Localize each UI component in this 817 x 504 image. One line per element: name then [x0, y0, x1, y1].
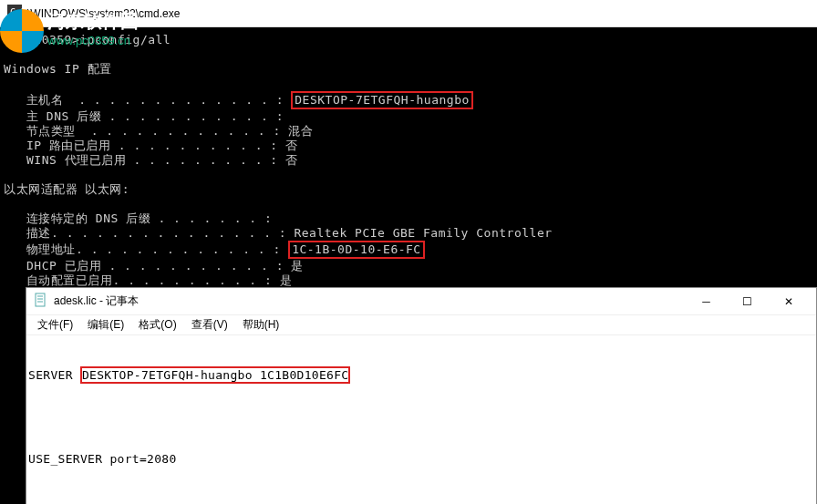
dns-suffix-row: 主 DNS 后缀 . . . . . . . . . . . :	[4, 109, 817, 124]
server-row: SERVER DESKTOP-7ETGFQH-huangbo 1C1B0D10E…	[28, 365, 814, 384]
watermark-text: 河东软件园 www.pc0359.cn	[47, 9, 139, 47]
watermark: 河东软件园 www.pc0359.cn	[0, 9, 139, 53]
hostname-box: DESKTOP-7ETGFQH-huangbo	[291, 91, 473, 109]
server-box: DESKTOP-7ETGFQH-huangbo 1C1B0D10E6FC	[80, 366, 351, 384]
ip-route-row: IP 路由已启用 . . . . . . . . . . : 否	[4, 139, 817, 153]
menu-edit[interactable]: 编辑(E)	[84, 317, 128, 333]
notepad-icon	[34, 293, 48, 311]
adapter-header: 以太网适配器 以太网:	[4, 182, 817, 197]
menu-help[interactable]: 帮助(H)	[239, 317, 284, 333]
autocfg-row: 自动配置已启用. . . . . . . . . . : 是	[4, 273, 817, 288]
conn-dns-row: 连接特定的 DNS 后缀 . . . . . . . :	[4, 211, 817, 226]
svg-rect-2	[36, 293, 45, 306]
cmd-output: rs\pc0359>ipconfig/all Windows IP 配置 主机名…	[0, 27, 817, 308]
desc-row: 描述. . . . . . . . . . . . . . . : Realte…	[4, 226, 817, 241]
mac-box: 1C-1B-0D-10-E6-FC	[288, 241, 425, 259]
ip-config-header: Windows IP 配置	[4, 62, 817, 77]
menu-file[interactable]: 文件(F)	[34, 317, 77, 333]
server-value: DESKTOP-7ETGFQH-huangbo 1C1B0D10E6FC	[82, 368, 349, 382]
notepad-menubar: 文件(F) 编辑(E) 格式(O) 查看(V) 帮助(H)	[26, 315, 816, 335]
maximize-button[interactable]: ☐	[727, 289, 768, 314]
notepad-title: adesk.lic - 记事本	[54, 293, 680, 309]
use-server-row: USE_SERVER port=2080	[28, 452, 814, 466]
menu-format[interactable]: 格式(O)	[135, 317, 180, 333]
phys-addr-row: 物理地址. . . . . . . . . . . . . : 1C-1B-0D…	[4, 241, 817, 259]
hostname-row: 主机名 . . . . . . . . . . . . . : DESKTOP-…	[4, 91, 817, 109]
mac-value: 1C-1B-0D-10-E6-FC	[292, 242, 421, 256]
minimize-button[interactable]: ─	[686, 289, 727, 314]
window-controls: ─ ☐ ✕	[686, 289, 809, 314]
watermark-logo	[0, 9, 44, 53]
notepad-content[interactable]: SERVER DESKTOP-7ETGFQH-huangbo 1C1B0D10E…	[26, 335, 816, 504]
watermark-title: 河东软件园	[47, 9, 139, 34]
notepad-window: adesk.lic - 记事本 ─ ☐ ✕ 文件(F) 编辑(E) 格式(O) …	[26, 287, 817, 504]
wins-row: WINS 代理已启用 . . . . . . . . . : 否	[4, 153, 817, 168]
node-type-row: 节点类型 . . . . . . . . . . . . : 混合	[4, 124, 817, 139]
notepad-titlebar[interactable]: adesk.lic - 记事本 ─ ☐ ✕	[26, 288, 816, 315]
menu-view[interactable]: 查看(V)	[188, 317, 232, 333]
hostname-value: DESKTOP-7ETGFQH-huangbo	[295, 93, 470, 107]
close-button[interactable]: ✕	[768, 289, 809, 314]
watermark-url: www.pc0359.cn	[47, 34, 139, 47]
dhcp-row: DHCP 已启用 . . . . . . . . . . . : 是	[4, 259, 817, 273]
